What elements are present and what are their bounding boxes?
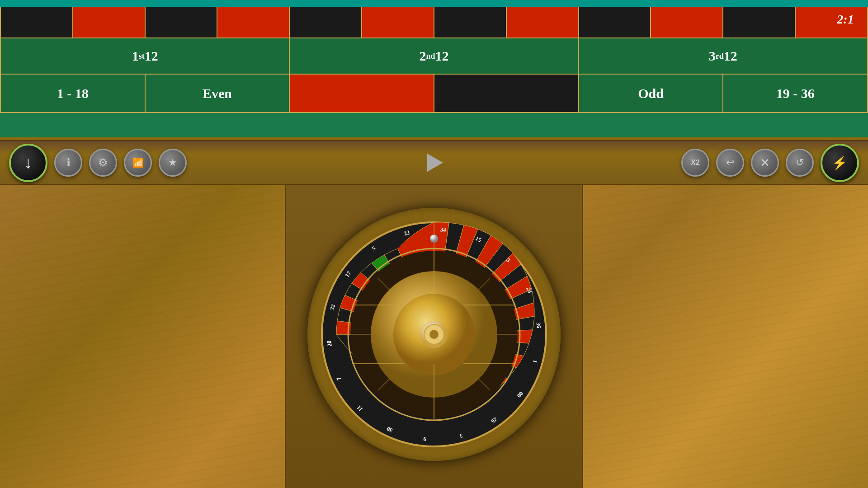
undo-icon: ↩ [726, 157, 734, 169]
play-button[interactable] [423, 151, 445, 174]
svg-text:36: 36 [535, 322, 542, 329]
wood-surface: 20 32 17 5 22 34 15 3 24 36 1 00 26 3 [0, 185, 868, 488]
x2-icon: X2 [691, 159, 700, 167]
center-controls [423, 151, 445, 174]
roulette-wheel[interactable]: 20 32 17 5 22 34 15 3 24 36 1 00 26 3 [307, 208, 561, 461]
low-bet[interactable]: 1 - 18 [1, 75, 146, 113]
dozen-bets-row: 1st 12 2nd 12 3rd 12 [0, 38, 868, 75]
info-icon: ℹ [66, 156, 71, 169]
wheel-outer-rim: 20 32 17 5 22 34 15 3 24 36 1 00 26 3 [307, 208, 561, 461]
clear-button[interactable]: ✕ [751, 149, 779, 177]
black-bet[interactable] [434, 75, 579, 113]
svg-text:34: 34 [440, 226, 447, 233]
scroll-down-button[interactable]: ↓ [9, 144, 47, 182]
roulette-wheel-container: 20 32 17 5 22 34 15 3 24 36 1 00 26 3 [285, 185, 583, 488]
wheel-svg: 20 32 17 5 22 34 15 3 24 36 1 00 26 3 [321, 221, 547, 447]
payout-label: 2:1 [823, 0, 868, 38]
right-controls: X2 ↩ ✕ ↺ ⚡ [681, 144, 859, 182]
svg-point-35 [430, 235, 438, 243]
svg-text:20: 20 [326, 340, 333, 347]
cancel-icon: ✕ [760, 156, 770, 170]
info-button[interactable]: ℹ [54, 149, 82, 177]
high-bet[interactable]: 19 - 36 [723, 75, 868, 113]
favorites-button[interactable]: ★ [159, 149, 187, 177]
even-bet[interactable]: Even [146, 75, 290, 113]
stats-icon: 📶 [132, 157, 144, 168]
payout-2to1-text: 2:1 [837, 12, 854, 27]
left-controls: ↓ ℹ ⚙ 📶 ★ [9, 144, 187, 182]
red-bet[interactable] [290, 75, 434, 113]
star-icon: ★ [168, 157, 177, 169]
gear-icon: ⚙ [98, 156, 108, 169]
repeat-icon: ↺ [796, 157, 804, 169]
betting-table: 2:1 1st 12 2nd 12 3rd 12 1 - 18 Even Odd… [0, 0, 868, 140]
lightning-icon: ⚡ [832, 155, 848, 170]
svg-point-34 [429, 330, 439, 339]
undo-button[interactable]: ↩ [716, 149, 744, 177]
arrow-down-icon: ↓ [24, 153, 33, 172]
autoplay-button[interactable]: ⚡ [821, 144, 859, 182]
controls-bar: ↓ ℹ ⚙ 📶 ★ X2 ↩ ✕ [0, 140, 868, 185]
odd-bet[interactable]: Odd [579, 75, 724, 113]
double-bet-button[interactable]: X2 [681, 149, 709, 177]
first-dozen-bet[interactable]: 1st 12 [1, 38, 290, 75]
stats-button[interactable]: 📶 [124, 149, 152, 177]
second-dozen-bet[interactable]: 2nd 12 [290, 38, 579, 75]
rebet-button[interactable]: ↺ [786, 149, 814, 177]
play-icon [427, 154, 443, 172]
third-dozen-bet[interactable]: 3rd 12 [579, 38, 868, 75]
outside-bets-row: 1 - 18 Even Odd 19 - 36 [0, 75, 868, 113]
settings-button[interactable]: ⚙ [89, 149, 117, 177]
